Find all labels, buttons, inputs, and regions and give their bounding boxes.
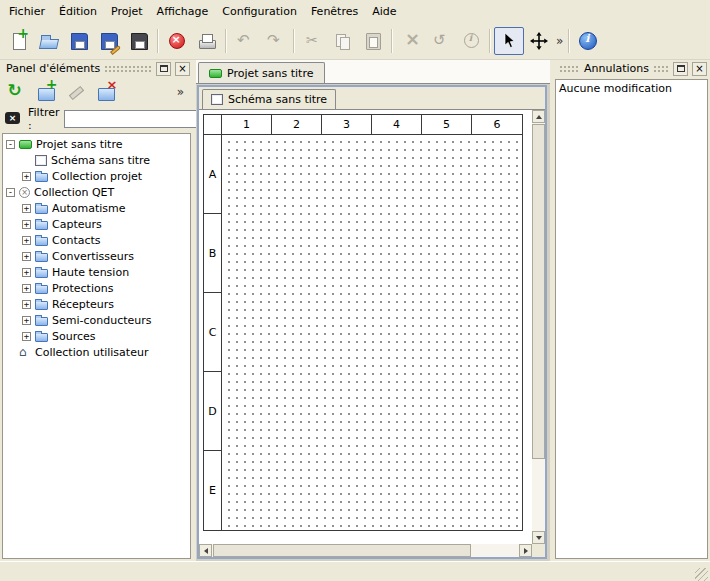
scroll-down-button[interactable] xyxy=(532,531,545,544)
tree-expander[interactable]: + xyxy=(22,300,31,309)
menu-projet[interactable]: Projet xyxy=(104,0,150,22)
arrow-left-icon xyxy=(204,548,208,554)
float-icon xyxy=(160,65,168,72)
new-element-button[interactable] xyxy=(33,79,60,106)
tree-item-automatisme[interactable]: + Automatisme xyxy=(3,200,190,216)
cursor-arrow-icon xyxy=(502,32,516,49)
menu-fenetres[interactable]: Fenêtres xyxy=(304,0,365,22)
dock-close-button[interactable]: × xyxy=(692,62,707,76)
tree-item-semi-conducteurs[interactable]: + Semi-conducteurs xyxy=(3,312,190,328)
vertical-scroll-thumb[interactable] xyxy=(532,124,545,459)
menu-fichier[interactable]: Fichier xyxy=(2,0,52,22)
cut-button[interactable] xyxy=(298,27,328,55)
save-as-button[interactable] xyxy=(94,27,124,55)
tree-item-label: Projet sans titre xyxy=(36,138,123,151)
tree-expander[interactable]: + xyxy=(22,268,31,277)
menu-aide[interactable]: Aide xyxy=(365,0,403,22)
save-button[interactable] xyxy=(64,27,94,55)
new-project-button[interactable] xyxy=(4,27,34,55)
tree-expander[interactable]: - xyxy=(6,188,15,197)
dock-drag-handle[interactable] xyxy=(653,65,669,73)
tree-item-label: Convertisseurs xyxy=(52,250,134,263)
reload-collections-button[interactable] xyxy=(3,79,30,106)
close-file-button[interactable] xyxy=(162,27,192,55)
paste-button[interactable] xyxy=(358,27,388,55)
vertical-scrollbar[interactable] xyxy=(532,110,545,544)
tree-expander[interactable]: + xyxy=(22,316,31,325)
tree-item-collection-projet[interactable]: + Collection projet xyxy=(3,168,190,184)
open-button[interactable] xyxy=(34,27,64,55)
tree-item-collection-qet[interactable]: - Collection QET xyxy=(3,184,190,200)
tree-item-haute-tension[interactable]: + Haute tension xyxy=(3,264,190,280)
panel-toolbar-overflow-chevron[interactable]: » xyxy=(175,85,190,99)
dock-drag-handle[interactable] xyxy=(104,65,152,73)
vertical-scroll-track[interactable] xyxy=(532,123,545,531)
schema-grid-canvas[interactable] xyxy=(222,135,522,530)
tree-expander[interactable]: - xyxy=(6,140,15,149)
schema-view[interactable]: 1 2 3 4 5 6 A B C D E xyxy=(199,110,532,544)
tree-item-protections[interactable]: + Protections xyxy=(3,280,190,296)
undo-button[interactable] xyxy=(230,27,260,55)
save-icon xyxy=(69,31,89,51)
tree-item-recepteurs[interactable]: + Récepteurs xyxy=(3,296,190,312)
save-as-icon xyxy=(99,31,119,51)
select-tool-button[interactable] xyxy=(494,27,524,55)
tree-expander[interactable]: + xyxy=(22,332,31,341)
delete-element-button[interactable] xyxy=(93,79,120,106)
resize-grip[interactable] xyxy=(695,568,708,581)
tree-item-collection-utilisateur[interactable]: Collection utilisateur xyxy=(3,344,190,360)
dock-float-button[interactable] xyxy=(156,62,171,76)
horizontal-scroll-thumb[interactable] xyxy=(213,544,471,557)
clear-filter-icon[interactable] xyxy=(4,109,24,129)
tree-item-convertisseurs[interactable]: + Convertisseurs xyxy=(3,248,190,264)
open-folder-icon xyxy=(39,31,59,51)
save-all-button[interactable] xyxy=(124,27,154,55)
scroll-up-button[interactable] xyxy=(532,110,545,123)
filter-label: Filtrer : xyxy=(28,106,60,132)
tree-item-contacts[interactable]: + Contacts xyxy=(3,232,190,248)
toolbar-overflow-chevron[interactable]: » xyxy=(554,34,565,48)
project-icon xyxy=(19,140,32,149)
dock-drag-handle[interactable] xyxy=(559,65,580,73)
menu-configuration[interactable]: Configuration xyxy=(215,0,304,22)
elements-panel-titlebar[interactable]: Panel d'éléments × xyxy=(0,60,193,77)
redo-button[interactable] xyxy=(260,27,290,55)
delete-button[interactable] xyxy=(396,27,426,55)
tree-expander[interactable]: + xyxy=(22,204,31,213)
qelectrotech-window: Fichier Édition Projet Affichage Configu… xyxy=(0,0,710,581)
tree-item-schema-sans-titre[interactable]: Schéma sans titre xyxy=(3,152,190,168)
dock-close-button[interactable]: × xyxy=(175,62,190,76)
tree-expander[interactable]: + xyxy=(22,284,31,293)
edit-element-button[interactable] xyxy=(63,79,90,106)
tree-expander[interactable]: + xyxy=(22,220,31,229)
folder-icon xyxy=(35,317,48,326)
element-info-button[interactable] xyxy=(456,27,486,55)
tab-projet-sans-titre[interactable]: Projet sans titre xyxy=(198,62,325,83)
elements-tree: - Projet sans titre Schéma sans titre + … xyxy=(2,133,191,559)
print-button[interactable] xyxy=(192,27,222,55)
undo-history-list[interactable]: Aucune modification xyxy=(555,79,708,559)
dock-float-button[interactable] xyxy=(673,62,688,76)
menu-affichage[interactable]: Affichage xyxy=(150,0,216,22)
tree-item-projet-sans-titre[interactable]: - Projet sans titre xyxy=(3,136,190,152)
tree-item-sources[interactable]: + Sources xyxy=(3,328,190,344)
tab-schema-sans-titre[interactable]: Schéma sans titre xyxy=(202,89,336,109)
undo-empty-text: Aucune modification xyxy=(559,82,704,95)
undo-panel-titlebar[interactable]: Annulations × xyxy=(553,60,710,77)
tree-item-capteurs[interactable]: + Capteurs xyxy=(3,216,190,232)
tree-expander[interactable]: + xyxy=(22,236,31,245)
horizontal-scrollbar[interactable] xyxy=(199,544,532,557)
horizontal-scroll-track[interactable] xyxy=(212,544,519,557)
menu-edition[interactable]: Édition xyxy=(52,0,104,22)
toolbar-separator xyxy=(225,29,227,53)
scroll-left-button[interactable] xyxy=(199,544,212,557)
tree-expander[interactable]: + xyxy=(22,252,31,261)
pan-tool-button[interactable] xyxy=(524,27,554,55)
tree-expander[interactable]: + xyxy=(22,172,31,181)
about-button[interactable] xyxy=(573,27,603,55)
copy-button[interactable] xyxy=(328,27,358,55)
scrollbar-corner xyxy=(532,544,545,557)
scroll-right-button[interactable] xyxy=(519,544,532,557)
status-bar xyxy=(0,561,710,581)
rotate-button[interactable] xyxy=(426,27,456,55)
